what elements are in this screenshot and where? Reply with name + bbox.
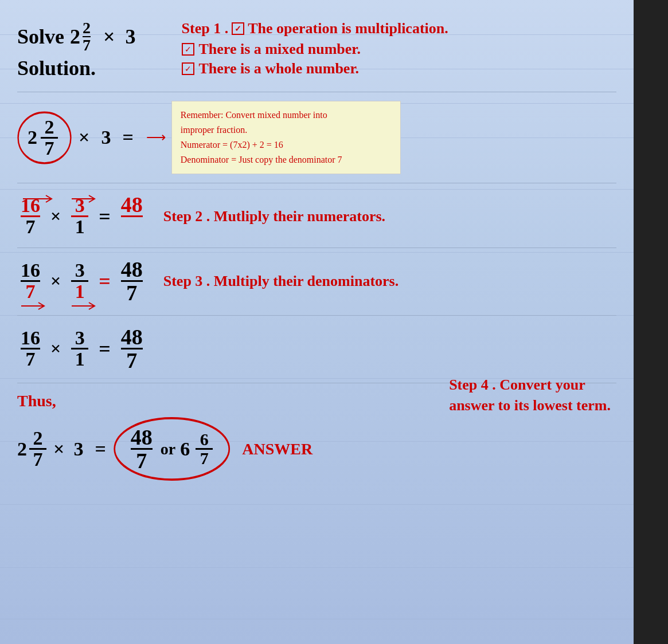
thus-text: Thus, (17, 392, 449, 410)
step1-label: Step 1 . ✓ The operation is multiplicati… (182, 20, 616, 37)
step1-item1: The operation is multiplication. (248, 20, 448, 37)
plain-result-den: 7 (123, 350, 140, 371)
step1-item-row3: ✓ There is a whole number. (182, 60, 616, 77)
final-times: × (53, 438, 64, 460)
frac2-container-step3: 3 1 (71, 261, 88, 301)
final-section: Thus, 2 2 7 × 3 = 48 (17, 383, 616, 482)
main-content: Solve 2 2 7 × 3 Solution. Step 1 . ✓ (0, 0, 634, 493)
step3-label: Step 3 . Multiply their denominators. (163, 273, 399, 290)
mixed-row: 2 2 7 × 3 = ⟶ Remember: Convert mixed nu… (17, 92, 616, 174)
multiplier: 3 (126, 25, 136, 49)
plain-frac2: 3 1 (71, 328, 88, 369)
solve-line: Solve 2 2 7 × 3 (17, 20, 136, 53)
plain-result-num: 48 (121, 326, 143, 350)
reminder-line2: improper fraction. (181, 123, 392, 137)
frac2-den-step3: 1 (71, 282, 88, 301)
mixed-number-display: 2 2 7 (70, 20, 93, 53)
frac1-den-step2: 7 (22, 217, 39, 237)
three-sign-2: 3 (101, 127, 111, 148)
plain-result: 48 7 (121, 326, 143, 371)
equals-sign-1: = (122, 127, 133, 148)
circled-mixed-number: 2 2 7 (17, 111, 72, 165)
right-arrow: ⟶ (146, 129, 166, 146)
answer-label: ANSWER (242, 440, 312, 458)
reminder-box: Remember: Convert mixed number into impr… (171, 101, 401, 174)
final-whole: 2 (17, 438, 27, 460)
step1-section: Step 1 . ✓ The operation is multiplicati… (182, 20, 616, 80)
frac1-step2: 16 7 (17, 196, 44, 237)
solution-row: Solution. (17, 56, 136, 80)
header-row: Solve 2 2 7 × 3 Solution. Step 1 . ✓ (17, 20, 616, 80)
solve-equation: Solve 2 2 7 × 3 Solution. (17, 20, 136, 80)
plain-frac2-num: 3 (71, 328, 88, 350)
equals-step2: = (99, 205, 111, 229)
step2-row: 16 7 × 3 1 = 48 7 Step 2 . Mutliply thei… (17, 183, 616, 239)
plain-frac1-num: 16 (21, 328, 40, 350)
step1-item3: There is a whole number. (199, 60, 360, 77)
result-step2: 48 7 (121, 194, 143, 239)
equals-plain: = (99, 337, 111, 361)
checkbox-3: ✓ (182, 62, 194, 75)
step4-line1: Step 4 . Convert your (449, 376, 585, 393)
plain-frac2-den: 1 (71, 350, 88, 369)
step4-section: Step 4 . Convert your answer to its lowe… (449, 375, 611, 417)
step4-line2: answer to its lowest term. (449, 397, 611, 414)
arrow-den1 (18, 300, 47, 312)
final-mixed-frac-den: 7 (29, 450, 46, 469)
solution-label: Solution. (17, 57, 96, 80)
times-plain: × (50, 338, 61, 359)
final-mixed-frac-num: 2 (29, 429, 46, 450)
equals-step3: = (99, 269, 111, 293)
step1-item-row2: ✓ There is a mixed number. (182, 41, 616, 58)
frac1-num-step3: 16 (21, 261, 40, 282)
arrow-num2 (69, 193, 97, 205)
plain-row: 16 7 × 3 1 = 48 7 (17, 315, 616, 371)
reminder-line1: Remember: Convert mixed number into (181, 108, 392, 122)
header-frac-num: 2 (83, 20, 91, 37)
final-left: Thus, 2 2 7 × 3 = 48 (17, 392, 449, 482)
frac1-step3: 16 7 (17, 261, 44, 301)
answer-circle: 48 7 or 6 6 7 (113, 416, 231, 482)
times-step2: × (50, 206, 61, 227)
final-equals: = (95, 438, 106, 460)
frac1-container-step3: 16 7 (21, 261, 40, 301)
plain-frac1: 16 7 (21, 328, 40, 369)
frac2-step2: 3 1 (68, 196, 92, 237)
right-panel (634, 0, 668, 644)
step1-item2: There is a mixed number. (199, 41, 361, 58)
frac2-num-step3: 3 (71, 261, 88, 282)
result-num-step2: 48 (121, 194, 143, 217)
solve-label: Solve (17, 25, 64, 49)
frac2-den-step2: 1 (71, 217, 88, 237)
plain-frac1-den: 7 (22, 350, 39, 369)
step3-row: 16 7 × 3 1 = 48 7 Step 3 . Multiply thei… (17, 248, 616, 304)
step1-text: Step 1 . (182, 20, 229, 37)
reminder-line3: Numerator = (7x2) + 2 = 16 (181, 138, 392, 152)
whole-part: 2 (70, 25, 80, 49)
arrow-num1 (20, 193, 54, 205)
final-equation: 2 2 7 × 3 = 48 7 (17, 416, 449, 482)
circle-svg (17, 111, 72, 165)
final-multiplier: 3 (73, 438, 83, 460)
frac1-den-step3: 7 (22, 282, 39, 301)
step2-label: Step 2 . Mutliply their numerators. (163, 208, 385, 225)
result-step3: 48 7 (121, 258, 143, 304)
answer-ellipse (113, 416, 231, 482)
times-sign: × (103, 25, 115, 49)
times-sign-2: × (79, 127, 89, 148)
checkbox-1: ✓ (232, 22, 244, 35)
result-num-step3: 48 (121, 258, 143, 282)
final-mixed-frac: 2 7 (29, 429, 46, 469)
reminder-line4: Denominator = Just copy the denominator … (181, 153, 392, 167)
checkbox-2: ✓ (182, 43, 194, 56)
svg-point-1 (114, 418, 229, 480)
result-den-step3: 7 (123, 282, 140, 304)
header-frac-den: 7 (83, 37, 91, 53)
frac2-step3: 3 1 (68, 261, 92, 301)
svg-point-0 (18, 112, 71, 163)
header-fraction: 2 7 (83, 20, 91, 53)
times-step3: × (50, 270, 61, 292)
arrow-den2 (69, 300, 97, 312)
step4-text: Step 4 . Convert your answer to its lowe… (449, 375, 611, 417)
result-den-step2: 7 (123, 217, 140, 239)
